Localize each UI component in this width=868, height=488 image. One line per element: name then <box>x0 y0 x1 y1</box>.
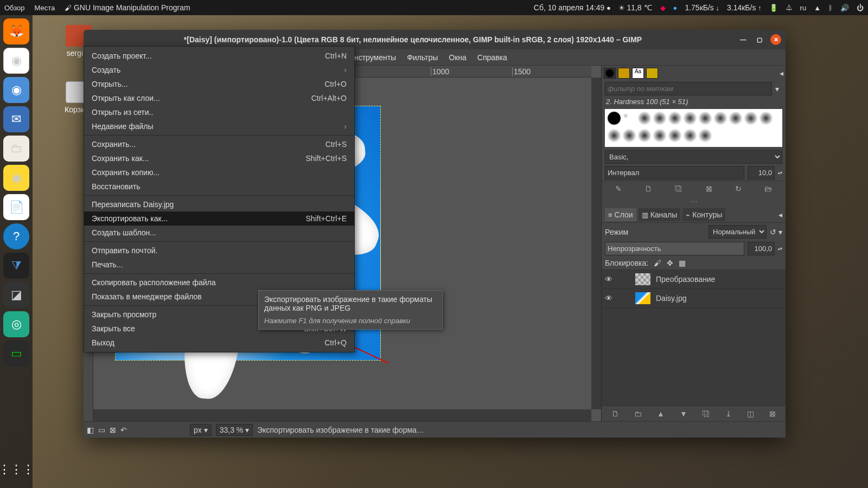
lock-pixels-icon[interactable]: 🖌 <box>654 259 661 267</box>
keyboard-layout[interactable]: ru <box>800 4 807 12</box>
network-icon[interactable]: ▲ <box>814 4 821 12</box>
layer-name[interactable]: Преобразование <box>656 275 715 284</box>
menu-filters[interactable]: Фильтры <box>403 51 442 64</box>
brush-item[interactable] <box>698 111 712 125</box>
brush-item[interactable] <box>698 129 712 143</box>
accessibility-icon[interactable]: ⏃ <box>786 4 793 12</box>
menu-item[interactable]: Перезаписать Daisy.jpg <box>84 197 354 211</box>
brush-filter-input[interactable] <box>605 82 772 95</box>
brush-item[interactable] <box>729 111 743 125</box>
dock-vscode-icon[interactable]: ⧩ <box>3 253 29 279</box>
dock-chrome-icon[interactable]: ◉ <box>3 48 29 74</box>
brush-item[interactable] <box>759 111 773 125</box>
menu-item[interactable]: Печать... <box>84 258 354 272</box>
tray-icon[interactable]: ● <box>673 4 678 12</box>
dock-files-icon[interactable]: 🗀 <box>3 136 29 162</box>
spinner-buttons[interactable]: ▴▾ <box>778 171 782 175</box>
volume-icon[interactable]: 🔊 <box>840 4 849 12</box>
brush-item[interactable] <box>653 111 667 125</box>
sb-icon[interactable]: ◧ <box>87 426 94 434</box>
dock-libreoffice-icon[interactable]: 📄 <box>3 194 29 220</box>
sb-icon[interactable]: ▭ <box>98 426 105 434</box>
tab-channels[interactable]: ▥Каналы <box>639 208 681 221</box>
reset-mode-icon[interactable]: ↺ ▾ <box>770 228 782 236</box>
menu-item[interactable]: Создать шаблон... <box>84 226 354 240</box>
unit-select[interactable]: px ▾ <box>190 424 212 436</box>
brush-item[interactable] <box>653 129 667 143</box>
brush-grid[interactable]: ★ <box>605 109 782 147</box>
brush-item[interactable] <box>622 129 636 143</box>
sb-undo-icon[interactable]: ↶ <box>120 426 127 434</box>
close-button[interactable]: ✕ <box>770 34 781 45</box>
dock-virtualbox-icon[interactable]: ◪ <box>3 282 29 308</box>
new-group-icon[interactable]: 🗀 <box>634 409 642 418</box>
menu-help[interactable]: Справка <box>473 51 512 64</box>
lower-layer-icon[interactable]: ▼ <box>680 409 687 418</box>
layer-row[interactable]: 👁Преобразование <box>602 270 786 289</box>
refresh-brush-icon[interactable]: ↻ <box>735 184 742 193</box>
layer-row[interactable]: 👁Daisy.jpg <box>602 289 786 308</box>
duplicate-layer-icon[interactable]: ⿻ <box>703 409 710 418</box>
dock-help-icon[interactable]: ? <box>3 223 29 249</box>
tab-history-icon[interactable] <box>646 68 658 79</box>
spacing-value[interactable]: 10,0 <box>748 166 775 179</box>
brush-item[interactable] <box>607 129 621 143</box>
menu-item[interactable]: Открыть из сети.. <box>84 105 354 119</box>
power-icon[interactable]: ⏻ <box>857 4 864 12</box>
places-menu[interactable]: Места <box>35 4 55 12</box>
bluetooth-icon[interactable]: ᛒ <box>828 4 833 12</box>
activities-button[interactable]: Обзор <box>4 4 25 12</box>
minimize-button[interactable]: — <box>738 34 749 45</box>
mask-icon[interactable]: ◫ <box>747 409 754 418</box>
menu-item[interactable]: Сохранить...Ctrl+S <box>84 137 354 151</box>
scrollbar-horizontal[interactable] <box>93 409 591 421</box>
brush-item[interactable] <box>668 111 682 125</box>
weather-indicator[interactable]: ☀ 11,8 ℃ <box>618 3 653 12</box>
menu-item[interactable]: Отправить почтой. <box>84 243 354 258</box>
menu-item[interactable]: Создать проект...Ctrl+N <box>84 49 354 63</box>
menu-item[interactable]: ВыходCtrl+Q <box>84 336 354 350</box>
delete-brush-icon[interactable]: ⊠ <box>706 184 712 193</box>
tab-paths[interactable]: ⌁Контуры <box>682 208 725 221</box>
clock[interactable]: Сб, 10 апреля 14:49 ● <box>534 3 611 12</box>
brush-item[interactable] <box>683 129 697 143</box>
sb-icon[interactable]: ⊠ <box>110 426 116 434</box>
dock-rhythmbox-icon[interactable]: ◉ <box>3 165 29 191</box>
tab-fonts-icon[interactable]: Aa <box>632 68 644 79</box>
brush-item[interactable] <box>637 129 652 143</box>
dock-thunderbird-icon[interactable]: ✉ <box>3 106 29 132</box>
zoom-select[interactable]: 33,3 % ▾ <box>216 424 253 436</box>
brush-item[interactable] <box>607 111 621 125</box>
edit-brush-icon[interactable]: ✎ <box>615 184 622 193</box>
delete-layer-icon[interactable]: ⊠ <box>769 409 776 418</box>
raise-layer-icon[interactable]: ▲ <box>657 409 665 418</box>
chevron-down-icon[interactable]: ▾ <box>772 85 782 93</box>
menu-item[interactable]: Сохранить копию... <box>84 165 354 179</box>
active-app-label[interactable]: 🖌 GNU Image Manipulation Program <box>65 3 190 12</box>
battery-icon[interactable]: 🔋 <box>769 4 778 12</box>
menu-item[interactable]: Создать› <box>84 63 354 77</box>
duplicate-brush-icon[interactable]: ⿻ <box>675 184 682 193</box>
brush-item[interactable] <box>683 111 697 125</box>
brush-preset-select[interactable]: Basic, <box>605 150 782 164</box>
dock-menu-icon[interactable]: ◂ <box>778 210 782 219</box>
maximize-button[interactable]: ▢ <box>754 34 765 45</box>
open-as-image-icon[interactable]: 🗁 <box>764 184 772 193</box>
tab-layers[interactable]: ≡Слои <box>605 208 636 221</box>
menu-item[interactable]: Недавние файлы› <box>84 119 354 133</box>
dock-chromium-icon[interactable]: ◉ <box>3 77 29 103</box>
menu-item[interactable]: Сохранить как...Shift+Ctrl+S <box>84 151 354 165</box>
visibility-toggle-icon[interactable]: 👁 <box>605 294 614 303</box>
brush-item[interactable] <box>713 111 727 125</box>
dock-menu-icon[interactable]: ◂ <box>780 69 783 78</box>
brush-item[interactable] <box>744 111 758 125</box>
new-layer-icon[interactable]: 🗋 <box>611 409 619 418</box>
dock-app-icon[interactable]: ◎ <box>3 311 29 337</box>
tab-patterns-icon[interactable] <box>618 68 630 79</box>
brush-item[interactable]: ★ <box>622 111 636 125</box>
spinner-buttons[interactable]: ▴▾ <box>778 247 782 251</box>
new-brush-icon[interactable]: 🗋 <box>644 184 652 193</box>
menu-item[interactable]: Скопировать расположение файла <box>84 275 354 290</box>
layer-name[interactable]: Daisy.jpg <box>656 294 687 303</box>
dock-firefox-icon[interactable]: 🦊 <box>3 18 29 44</box>
